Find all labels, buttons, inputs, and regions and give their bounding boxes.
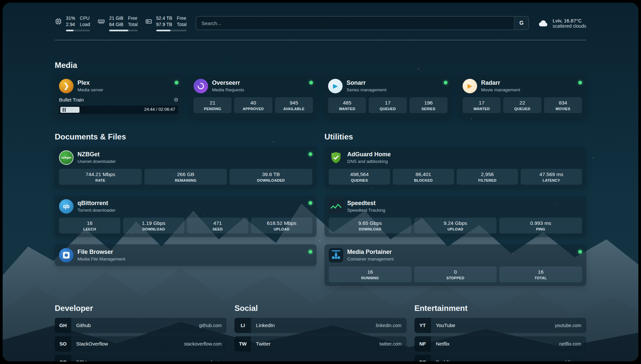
playback-time: 24:44 / 02:06:47	[144, 107, 175, 112]
service-card-sonarr[interactable]: ▶ Sonarr Series management 485 WANTED 17…	[324, 75, 452, 118]
cpu-metric: 31% 2.94 CPU Load	[55, 15, 90, 31]
bookmark-abbr: NF	[414, 336, 431, 351]
memory-total-value: 64 GiB	[109, 21, 123, 28]
service-name: File Browser	[77, 249, 125, 256]
service-card-adguard[interactable]: AdGuard Home DNS and adblocking 498,564 …	[324, 147, 586, 188]
memory-free-value: 21 GiB	[109, 15, 123, 21]
status-dot	[309, 152, 312, 156]
radarr-icon: ▶	[463, 79, 477, 93]
bookmark-linkedin[interactable]: LI LinkedIn linkedin.com	[234, 318, 406, 333]
search-input[interactable]	[196, 16, 529, 30]
pause-icon[interactable]	[63, 108, 66, 112]
stat-queued: 22 QUEUED	[503, 97, 541, 113]
bookmark-dev[interactable]: DT DEV dev.to	[55, 355, 227, 361]
stat-upload: 9.24 Gbps UPLOAD	[414, 218, 497, 233]
service-subtitle: Media Requests	[212, 87, 244, 92]
bookmark-abbr: TW	[234, 336, 251, 351]
now-playing-title: Bullet Train	[59, 97, 84, 103]
stat-downloaded: 39.6 TB DOWNLOADED	[229, 169, 312, 185]
stat-latency: 47.569 ms LATENCY	[521, 169, 582, 185]
weather-condition: scattered clouds	[553, 23, 586, 29]
service-subtitle: Speedtest Tracking	[347, 208, 385, 213]
cpu-load-value: 2.94	[66, 21, 75, 28]
bookmark-name: Reddit	[431, 359, 455, 361]
utilities-column: Utilities	[324, 118, 586, 286]
bookmark-name: DEV	[71, 359, 91, 361]
search-provider-button[interactable]: G	[514, 16, 529, 30]
sonarr-icon: ▶	[328, 79, 343, 93]
service-card-plex[interactable]: ❯ Plex Media server Bullet Train ⚙ 24:44…	[55, 75, 183, 118]
service-card-radarr[interactable]: ▶ Radarr Movie management 17 WANTED 22 Q…	[458, 75, 586, 118]
playback-progress-bar: 24:44 / 02:06:47	[59, 106, 178, 114]
memory-free-label: Free	[128, 15, 138, 21]
service-subtitle: Series management	[347, 87, 386, 92]
cpu-label: CPU	[80, 15, 90, 21]
stat-wanted: 485 WANTED	[328, 97, 366, 113]
bookmark-domain: stackoverflow.com	[184, 341, 227, 347]
topbar-divider	[55, 40, 586, 40]
disk-free-label: Free	[177, 15, 187, 21]
bookmark-group-entertainment: Entertainment YT YouTube youtube.com NF …	[414, 304, 586, 361]
service-card-qbittorrent[interactable]: qb qBittorrent Torrent downloader 16	[55, 196, 317, 237]
bookmark-abbr: DT	[55, 355, 71, 361]
bookmark-group-developer: Developer GH Github github.com SO StackO…	[55, 304, 227, 361]
bookmark-domain: netflix.com	[559, 341, 586, 347]
stat-queued: 17 QUEUED	[369, 97, 407, 113]
service-card-overseerr[interactable]: Overseerr Media Requests 21 PENDING 40 A…	[189, 75, 317, 118]
service-name: Media Portainer	[347, 249, 394, 256]
disk-free-value: 52.4 TB	[156, 15, 172, 21]
stat-stopped: 0 STOPPED	[414, 266, 497, 282]
bookmarks-area: Developer GH Github github.com SO StackO…	[55, 304, 586, 361]
bookmark-github[interactable]: GH Github github.com	[55, 318, 227, 333]
bookmark-reddit[interactable]: RE Reddit reddit.com	[414, 355, 586, 361]
stat-available: 945 AVAILABLE	[275, 97, 313, 113]
memory-total-label: Total	[128, 21, 138, 28]
bookmark-group-social: Social LI LinkedIn linkedin.com TW Twitt…	[234, 304, 406, 351]
memory-progress-bar	[109, 30, 137, 31]
filebrowser-icon	[59, 248, 74, 262]
bookmark-abbr: LI	[234, 318, 251, 333]
bookmark-abbr: SO	[55, 336, 71, 351]
stat-rate: 744.21 Mbps RATE	[59, 169, 142, 185]
service-subtitle: Media server	[77, 87, 103, 92]
bookmark-stackoverflow[interactable]: SO StackOverflow stackoverflow.com	[55, 336, 227, 351]
bookmark-abbr: RE	[414, 355, 431, 361]
bookmark-name: Netflix	[431, 341, 455, 347]
bookmark-youtube[interactable]: YT YouTube youtube.com	[414, 318, 586, 333]
service-subtitle: Movie management	[481, 87, 520, 92]
bookmark-domain: linkedin.com	[376, 323, 407, 328]
search-box: G	[196, 16, 529, 30]
disk-total-label: Total	[177, 21, 187, 28]
status-dot	[175, 81, 178, 84]
documents-column: Documents & Files nzbget NZBGet Usenet d…	[55, 118, 317, 266]
bookmark-netflix[interactable]: NF Netflix netflix.com	[414, 336, 586, 351]
service-card-speedtest[interactable]: Speedtest Speedtest Tracking 9.65 Gbps D…	[324, 196, 586, 237]
disk-total-value: 97.9 TB	[156, 21, 172, 28]
bookmark-domain: github.com	[199, 323, 227, 328]
bookmark-twitter[interactable]: TW Twitter twitter.com	[234, 336, 406, 351]
section-heading-developer: Developer	[55, 304, 227, 313]
weather-location: Lviv, 16.87°C	[553, 18, 586, 23]
section-heading-documents: Documents & Files	[55, 132, 317, 141]
cpu-load-label: Load	[80, 21, 90, 28]
stat-seed: 471 SEED	[187, 218, 248, 233]
portainer-icon	[329, 248, 343, 262]
service-name: Plex	[77, 79, 103, 87]
stat-pending: 21 PENDING	[194, 97, 231, 113]
gear-icon[interactable]: ⚙	[174, 97, 178, 103]
bookmark-name: LinkedIn	[251, 322, 280, 328]
section-heading-social: Social	[234, 304, 406, 313]
service-card-nzbget[interactable]: nzbget NZBGet Usenet downloader 744.21 M…	[55, 147, 317, 188]
cpu-icon	[55, 15, 62, 25]
snow-specks	[3, 3, 4, 4]
stat-upload: 618.52 Mbps UPLOAD	[251, 218, 312, 233]
status-dot	[444, 81, 447, 84]
service-card-portainer[interactable]: Media Portainer Container management 16 …	[324, 244, 586, 286]
speedtest-icon	[329, 199, 343, 214]
qbittorrent-icon: qb	[59, 199, 74, 214]
stat-download: 9.65 Gbps DOWNLOAD	[329, 218, 412, 233]
dashboard: 31% 2.94 CPU Load	[3, 3, 638, 361]
service-card-filebrowser[interactable]: File Browser Media File Management	[55, 244, 317, 266]
status-dot	[309, 81, 313, 84]
bookmark-name: Twitter	[251, 341, 275, 347]
